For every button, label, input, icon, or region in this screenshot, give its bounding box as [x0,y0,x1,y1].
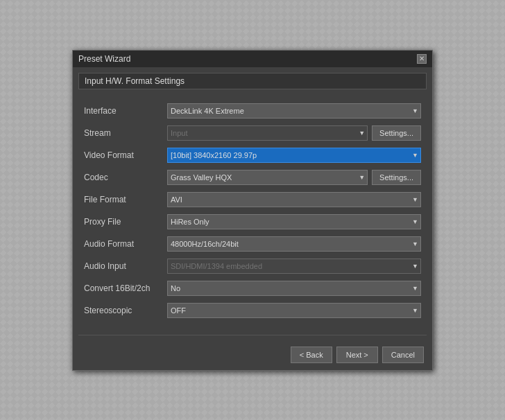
footer-divider [78,335,427,335]
stream-row: Stream Input ▼ Settings... [84,124,421,142]
video-format-row: Video Format [10bit] 3840x2160 29.97p ▼ [84,146,421,164]
convert-16bit-select[interactable]: No [167,281,421,296]
close-button[interactable]: ✕ [417,54,427,64]
preset-wizard-dialog: Preset Wizard ✕ Input H/W. Format Settin… [72,50,433,371]
cancel-button[interactable]: Cancel [382,347,424,363]
codec-select-wrapper[interactable]: Grass Valley HQX ▼ [167,170,368,185]
convert-16bit-label: Convert 16Bit/2ch [84,283,167,293]
audio-format-select[interactable]: 48000Hz/16ch/24bit [167,236,421,252]
file-format-label: File Format [84,195,167,204]
stream-control: Input ▼ Settings... [167,125,421,141]
audio-input-select-wrapper[interactable]: SDI/HDMI/1394 embedded ▼ [167,259,421,274]
footer: < Back Next > Cancel [73,341,432,370]
audio-format-row: Audio Format 48000Hz/16ch/24bit ▼ [84,235,421,253]
convert-16bit-row: Convert 16Bit/2ch No ▼ [84,279,421,297]
file-format-control: AVI ▼ [167,192,421,207]
interface-select[interactable]: DeckLink 4K Extreme [167,103,421,119]
back-button[interactable]: < Back [291,347,332,363]
codec-label: Codec [84,173,167,182]
interface-label: Interface [84,106,167,116]
codec-control: Grass Valley HQX ▼ Settings... [167,170,421,185]
interface-select-wrapper[interactable]: DeckLink 4K Extreme ▼ [167,103,421,119]
stereoscopic-select[interactable]: OFF [167,303,421,318]
next-button[interactable]: Next > [336,347,378,363]
video-format-control: [10bit] 3840x2160 29.97p ▼ [167,148,421,163]
audio-input-select[interactable]: SDI/HDMI/1394 embedded [167,259,421,274]
stereoscopic-select-wrapper[interactable]: OFF ▼ [167,303,421,318]
proxy-file-control: HiRes Only ▼ [167,214,421,229]
stream-settings-button[interactable]: Settings... [372,125,421,141]
proxy-file-row: Proxy File HiRes Only ▼ [84,213,421,231]
codec-row: Codec Grass Valley HQX ▼ Settings... [84,168,421,186]
file-format-select-wrapper[interactable]: AVI ▼ [167,192,421,207]
proxy-file-label: Proxy File [84,217,167,227]
interface-row: Interface DeckLink 4K Extreme ▼ [84,102,421,120]
audio-format-label: Audio Format [84,239,167,249]
stream-label: Stream [84,128,167,138]
codec-select[interactable]: Grass Valley HQX [167,170,368,185]
audio-input-control: SDI/HDMI/1394 embedded ▼ [167,259,421,274]
audio-format-control: 48000Hz/16ch/24bit ▼ [167,236,421,252]
file-format-row: File Format AVI ▼ [84,191,421,209]
interface-control: DeckLink 4K Extreme ▼ [167,103,421,119]
video-format-label: Video Format [84,150,167,160]
codec-settings-button[interactable]: Settings... [372,170,421,185]
stereoscopic-control: OFF ▼ [167,303,421,318]
form-body: Interface DeckLink 4K Extreme ▼ Stream I… [73,95,432,329]
audio-format-select-wrapper[interactable]: 48000Hz/16ch/24bit ▼ [167,236,421,252]
video-format-select[interactable]: [10bit] 3840x2160 29.97p [167,148,421,163]
audio-input-row: Audio Input SDI/HDMI/1394 embedded ▼ [84,257,421,275]
stereoscopic-label: Stereoscopic [84,306,167,315]
stereoscopic-row: Stereoscopic OFF ▼ [84,301,421,320]
title-bar: Preset Wizard ✕ [73,51,432,67]
dialog-title: Preset Wizard [78,54,130,64]
convert-16bit-control: No ▼ [167,281,421,296]
file-format-select[interactable]: AVI [167,192,421,207]
section-header: Input H/W. Format Settings [78,73,427,89]
proxy-file-select-wrapper[interactable]: HiRes Only ▼ [167,214,421,229]
convert-16bit-select-wrapper[interactable]: No ▼ [167,281,421,296]
audio-input-label: Audio Input [84,261,167,271]
video-format-select-wrapper[interactable]: [10bit] 3840x2160 29.97p ▼ [167,148,421,163]
stream-select[interactable]: Input [167,125,368,141]
proxy-file-select[interactable]: HiRes Only [167,214,421,229]
stream-select-wrapper[interactable]: Input ▼ [167,125,368,141]
